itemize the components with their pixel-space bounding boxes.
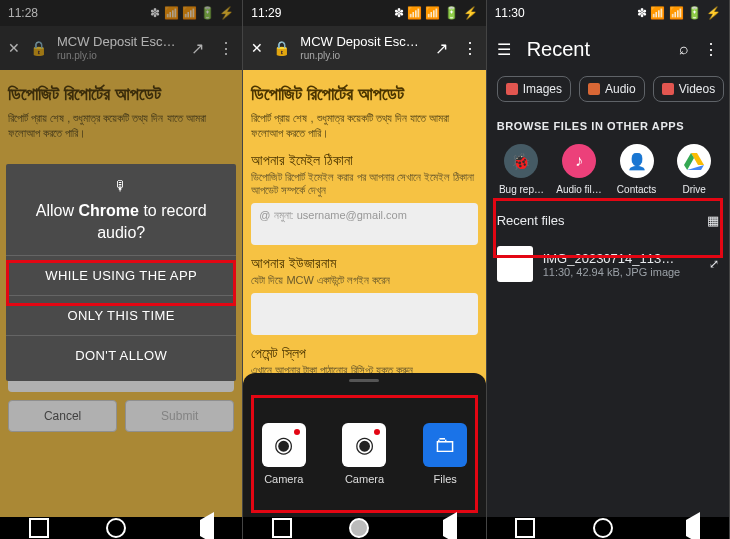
share-icon[interactable]: ↗ — [435, 39, 448, 58]
audio-icon — [588, 83, 600, 95]
android-nav — [243, 517, 485, 539]
recents-button[interactable] — [29, 518, 49, 538]
back-button[interactable] — [670, 512, 700, 539]
screen-picker: 11:29 ✽ 📶 📶 🔋⚡ ✕ 🔒 MCW Deposit Escalati…… — [243, 0, 486, 539]
chip-audio[interactable]: Audio — [579, 76, 645, 102]
sheet-handle[interactable] — [349, 379, 379, 382]
screen-permission: 11:28 ✽ 📶 📶 🔋⚡ ✕ 🔒 MCW Deposit Escalati…… — [0, 0, 243, 539]
person-icon: 👤 — [620, 144, 654, 178]
back-button[interactable] — [427, 512, 457, 539]
clock: 11:30 — [495, 6, 525, 20]
clock: 11:29 — [251, 6, 281, 20]
perm-dont-allow[interactable]: DON'T ALLOW — [6, 335, 236, 375]
email-input[interactable]: @ নমুনা: username@gmail.com — [251, 203, 477, 245]
chip-images[interactable]: Images — [497, 76, 571, 102]
music-icon: ♪ — [562, 144, 596, 178]
close-icon[interactable]: ✕ — [251, 40, 263, 56]
svg-marker-1 — [684, 153, 694, 170]
browse-header: BROWSE FILES IN OTHER APPS — [487, 106, 729, 140]
page-title: MCW Deposit Escalati… — [300, 34, 424, 50]
form-sub: রিপোর্ট প্রায় শেষ , শুধুমাত্র কয়েকটি ত… — [251, 111, 477, 142]
status-bar: 11:29 ✽ 📶 📶 🔋⚡ — [243, 0, 485, 26]
recents-button[interactable] — [515, 518, 535, 538]
home-button[interactable] — [349, 518, 369, 538]
home-button[interactable] — [106, 518, 126, 538]
file-meta: 11:30, 42.94 kB, JPG image — [543, 266, 699, 278]
status-icons: ✽ 📶 📶 🔋 — [637, 6, 702, 20]
android-nav — [487, 517, 729, 539]
email-help: ডিপোজিট রিপোর্ট ইমেইল করার পর আপনার সেখা… — [251, 171, 477, 197]
status-bar: 11:30 ✽ 📶 📶 🔋⚡ — [487, 0, 729, 26]
form-heading: ডিপোজিট রিপোর্টের আপডেট — [251, 84, 477, 105]
microphone-icon: 🎙 — [6, 178, 236, 194]
svg-marker-2 — [687, 165, 704, 170]
username-input[interactable] — [251, 293, 477, 335]
status-icons: ✽ 📶 📶 🔋 — [394, 6, 459, 20]
overflow-icon[interactable]: ⋮ — [462, 39, 478, 58]
browser-titlebar: ✕ 🔒 MCW Deposit Escalati… run.ply.io ↗ ⋮ — [243, 26, 485, 70]
drive-icon — [677, 144, 711, 178]
home-button[interactable] — [593, 518, 613, 538]
expand-icon[interactable]: ⤢ — [709, 257, 719, 271]
overflow-icon[interactable]: ⋮ — [703, 40, 719, 59]
app-grid: 🐞Bug rep… ♪Audio fil… 👤Contacts Drive — [487, 140, 729, 205]
app-audio-files[interactable]: ♪Audio fil… — [554, 144, 604, 195]
back-button[interactable] — [184, 512, 214, 539]
lock-icon: 🔒 — [273, 40, 290, 56]
menu-icon[interactable]: ☰ — [497, 40, 511, 59]
filter-chips: Images Audio Videos — [487, 72, 729, 106]
image-icon — [506, 83, 518, 95]
app-drive[interactable]: Drive — [669, 144, 719, 195]
video-icon — [662, 83, 674, 95]
app-contacts[interactable]: 👤Contacts — [612, 144, 662, 195]
screen-file-picker: 11:30 ✽ 📶 📶 🔋⚡ ☰ Recent ⌕ ⋮ Images Audio… — [487, 0, 730, 539]
email-label: আপনার ইমেইল ঠিকানা — [251, 152, 477, 169]
page-url: run.ply.io — [300, 50, 424, 62]
bug-icon: 🐞 — [504, 144, 538, 178]
annotation-highlight — [6, 260, 236, 306]
annotation-highlight — [493, 198, 723, 258]
picker-toolbar: ☰ Recent ⌕ ⋮ — [487, 26, 729, 72]
picker-title: Recent — [527, 38, 679, 61]
slip-label: পেমেন্ট স্লিপ — [251, 345, 477, 362]
search-icon[interactable]: ⌕ — [679, 40, 689, 58]
annotation-highlight — [251, 395, 477, 513]
status-extra: ⚡ — [463, 6, 478, 20]
chip-videos[interactable]: Videos — [653, 76, 724, 102]
recents-button[interactable] — [272, 518, 292, 538]
permission-message: Allow Chrome to record audio? — [6, 200, 236, 245]
android-nav — [0, 517, 242, 539]
username-label: আপনার ইউজারনাম — [251, 255, 477, 272]
app-bug-report[interactable]: 🐞Bug rep… — [496, 144, 546, 195]
username-help: যেটা দিয়ে MCW একাউন্টে লগইন করেন — [251, 274, 477, 287]
status-extra: ⚡ — [706, 6, 721, 20]
